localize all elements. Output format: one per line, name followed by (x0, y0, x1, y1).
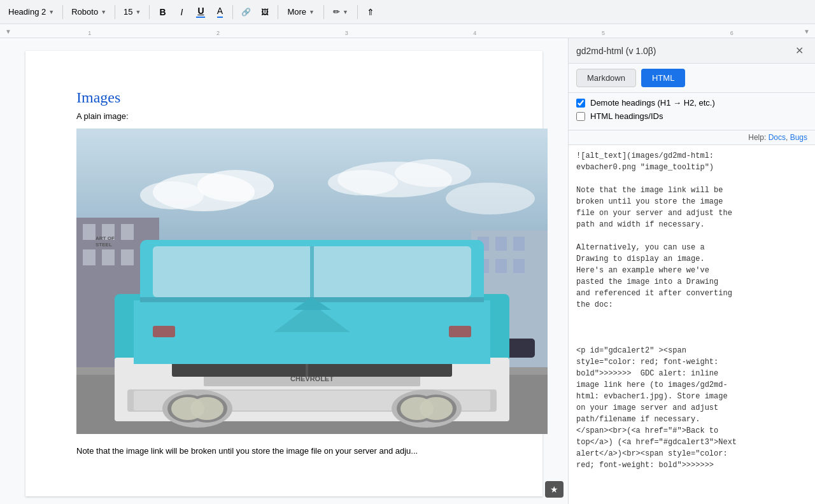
ruler-marks: 1 2 3 4 5 6 (25, 24, 796, 38)
image-button[interactable]: 🖼 (256, 3, 274, 21)
tab-html[interactable]: HTML (641, 69, 685, 87)
separator-5 (278, 5, 278, 19)
svg-point-53 (420, 397, 453, 420)
html-headings-label: HTML headings/IDs (590, 111, 663, 121)
ruler-mark-3: 3 (282, 30, 411, 38)
separator-4 (232, 5, 233, 19)
font-size-dropdown[interactable]: 15 ▼ (119, 3, 145, 21)
ruler-mark-2: 2 (154, 30, 283, 38)
demote-headings-checkbox[interactable] (576, 99, 585, 108)
svg-point-3 (197, 170, 274, 202)
document-heading: Images (76, 89, 492, 106)
underline-button[interactable]: U (192, 3, 209, 21)
panel-header: gd2md-html (v 1.0β) ✕ (569, 38, 815, 64)
bugs-link[interactable]: Bugs (790, 133, 807, 142)
svg-rect-10 (83, 224, 96, 240)
right-panel: gd2md-html (v 1.0β) ✕ Markdown HTML Demo… (568, 38, 815, 504)
font-name-dropdown[interactable]: Roboto ▼ (67, 3, 111, 21)
panel-title: gd2md-html (v 1.0β) (576, 46, 656, 56)
feedback-button[interactable]: ★ (545, 481, 563, 498)
font-name-label: Roboto (71, 7, 98, 17)
separator-7 (357, 5, 358, 19)
link-icon: 🔗 (241, 8, 251, 17)
ruler-left-arrow: ▼ (5, 27, 11, 34)
pen-arrow: ▼ (343, 9, 348, 15)
pen-button[interactable]: ✏ ▼ (328, 3, 353, 21)
ruler-mark-6: 6 (667, 30, 796, 38)
docs-link[interactable]: Docs (769, 133, 786, 142)
more-label: More (287, 7, 306, 17)
toolbar: Heading 2 ▼ Roboto ▼ 15 ▼ B I U A 🔗 🖼 Mo… (0, 0, 815, 24)
svg-point-4 (140, 181, 204, 209)
document-image-container: ART OF STEEL (76, 129, 492, 436)
ruler: ▼ 1 2 3 4 5 6 ▼ (0, 24, 815, 38)
demote-headings-row: Demote headings (H1 → H2, etc.) (576, 98, 807, 108)
underline-label: U (197, 6, 204, 16)
underline-bar (196, 17, 205, 18)
svg-rect-21 (513, 237, 525, 251)
ruler-right-arrow: ▼ (804, 27, 810, 34)
html-headings-row: HTML headings/IDs (576, 111, 807, 121)
document-bottom-note: Note that the image link will be broken … (76, 446, 492, 456)
document-content: Images A plain image: (25, 51, 542, 496)
svg-rect-41 (310, 246, 314, 297)
ruler-mark-5: 5 (539, 30, 668, 38)
svg-point-48 (190, 397, 223, 420)
font-size-label: 15 (124, 7, 132, 17)
svg-point-7 (328, 170, 398, 195)
collapse-button[interactable]: ⇑ (362, 3, 379, 21)
more-arrow: ▼ (309, 9, 315, 15)
bold-button[interactable]: B (153, 3, 171, 21)
font-name-arrow: ▼ (101, 9, 106, 15)
svg-text:STEEL: STEEL (96, 242, 112, 248)
demote-headings-label: Demote headings (H1 → H2, etc.) (590, 98, 715, 108)
panel-tabs: Markdown HTML (569, 64, 815, 93)
italic-button[interactable]: I (173, 3, 190, 21)
main-area: Images A plain image: (0, 38, 815, 504)
tab-markdown[interactable]: Markdown (576, 69, 636, 87)
separator-3 (149, 5, 150, 19)
ruler-mark-4: 4 (411, 30, 539, 38)
document-subtext: A plain image: (76, 111, 492, 121)
svg-rect-14 (102, 249, 115, 265)
separator-1 (62, 5, 63, 19)
truck-image: ART OF STEEL (76, 129, 548, 434)
text-color-icon: A (217, 6, 223, 18)
collapse-icon: ⇑ (367, 7, 374, 17)
svg-point-6 (395, 159, 471, 187)
panel-content[interactable]: ![alt_text](images/gd2md-html: evbacher0… (569, 145, 815, 504)
svg-text:ART OF: ART OF (96, 235, 115, 241)
panel-close-button[interactable]: ✕ (791, 43, 807, 58)
panel-options: Demote headings (H1 → H2, etc.) HTML hea… (569, 93, 815, 130)
svg-point-8 (446, 183, 535, 214)
svg-rect-55 (449, 326, 471, 337)
heading-style-label: Heading 2 (8, 7, 46, 17)
pen-icon: ✏ (333, 7, 340, 17)
svg-rect-54 (153, 326, 175, 337)
panel-help: Help: Docs, Bugs (569, 130, 815, 145)
svg-rect-20 (495, 237, 507, 251)
svg-rect-15 (121, 249, 134, 265)
svg-rect-23 (495, 259, 507, 273)
more-button[interactable]: More ▼ (282, 3, 320, 21)
document-area[interactable]: Images A plain image: (0, 38, 568, 504)
heading-style-dropdown[interactable]: Heading 2 ▼ (4, 3, 59, 21)
image-icon: 🖼 (261, 8, 269, 17)
heading-style-arrow: ▼ (48, 9, 54, 15)
text-color-button[interactable]: A (211, 3, 229, 21)
help-text: Help: (748, 133, 766, 142)
separator-2 (115, 5, 115, 19)
svg-rect-13 (83, 249, 96, 265)
link-button[interactable]: 🔗 (237, 3, 255, 21)
html-headings-checkbox[interactable] (576, 112, 585, 121)
ruler-mark-1: 1 (25, 30, 154, 38)
svg-rect-12 (121, 224, 134, 240)
svg-rect-24 (513, 259, 525, 273)
font-size-arrow: ▼ (136, 9, 141, 15)
separator-6 (323, 5, 324, 19)
